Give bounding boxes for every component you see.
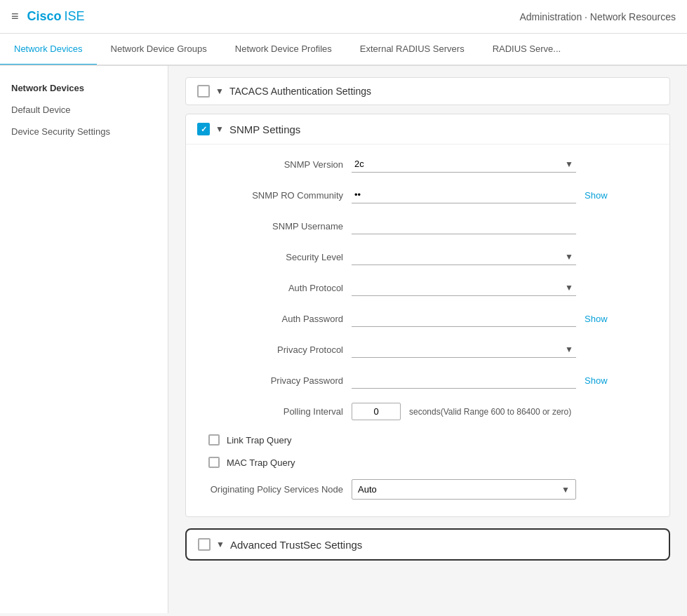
security-level-select-wrapper: NoAuthNoPriv AuthNoPriv AuthPriv ▼	[352, 248, 576, 265]
snmp-section: ▼ SNMP Settings SNMP Version 1 2c 3 ▼	[185, 114, 670, 517]
sidebar: Network Devices Default Device Device Se…	[0, 66, 168, 613]
privacy-protocol-select-wrapper: DES AES128 AES192 AES256 ▼	[352, 341, 576, 358]
snmp-username-input[interactable]	[352, 217, 576, 234]
trustsec-checkbox[interactable]	[198, 538, 211, 551]
auth-protocol-select-wrapper: MD5 SHA ▼	[352, 279, 576, 296]
mac-trap-query-label: MAC Trap Query	[227, 457, 295, 468]
originating-policy-label: Originating Policy Services Node	[203, 484, 343, 495]
snmp-title: SNMP Settings	[229, 123, 300, 135]
privacy-password-input[interactable]	[352, 372, 576, 389]
mac-trap-query-checkbox[interactable]	[208, 457, 220, 468]
originating-policy-row: Originating Policy Services Node Auto ▼	[203, 479, 653, 500]
tacacs-section: ▼ TACACS Authentication Settings	[185, 77, 670, 105]
sidebar-title: Network Devices	[0, 77, 168, 99]
security-level-select[interactable]: NoAuthNoPriv AuthNoPriv AuthPriv	[352, 248, 576, 265]
snmp-ro-community-show-btn[interactable]: Show	[585, 190, 608, 201]
nav-tabs: Network Devices Network Device Groups Ne…	[0, 34, 687, 66]
polling-interval-hint: seconds(Valid Range 600 to 86400 or zero…	[409, 407, 571, 417]
polling-interval-row: Polling Interval seconds(Valid Range 600…	[203, 403, 653, 420]
security-level-row: Security Level NoAuthNoPriv AuthNoPriv A…	[203, 248, 653, 265]
auth-password-show-btn[interactable]: Show	[585, 314, 608, 324]
privacy-protocol-select[interactable]: DES AES128 AES192 AES256	[352, 341, 576, 357]
snmp-ro-community-input[interactable]	[352, 187, 576, 203]
snmp-username-label: SNMP Username	[203, 221, 343, 232]
tab-external-radius-servers[interactable]: External RADIUS Servers	[346, 34, 479, 66]
snmp-version-select-wrapper: 1 2c 3 ▼	[352, 156, 576, 173]
snmp-ro-community-row: SNMP RO Community Show	[203, 187, 653, 203]
trustsec-chevron[interactable]: ▼	[216, 540, 225, 549]
tab-network-device-profiles[interactable]: Network Device Profiles	[221, 34, 346, 66]
tab-network-devices[interactable]: Network Devices	[0, 34, 97, 66]
snmp-form: SNMP Version 1 2c 3 ▼ SNMP RO Community	[186, 145, 669, 516]
snmp-username-row: SNMP Username	[203, 217, 653, 234]
tab-network-device-groups[interactable]: Network Device Groups	[97, 34, 221, 66]
top-header: ≡ Cisco ISE Administration · Network Res…	[0, 0, 687, 34]
snmp-version-row: SNMP Version 1 2c 3 ▼	[203, 156, 653, 173]
tab-radius-server-sequences[interactable]: RADIUS Serve...	[479, 34, 575, 66]
polling-interval-label: Polling Interval	[203, 406, 343, 417]
logo: Cisco ISE	[27, 9, 85, 24]
link-trap-query-checkbox[interactable]	[208, 434, 220, 446]
privacy-password-show-btn[interactable]: Show	[585, 375, 608, 386]
tacacs-chevron[interactable]: ▼	[215, 86, 224, 96]
security-level-label: Security Level	[203, 252, 343, 262]
privacy-protocol-label: Privacy Protocol	[203, 344, 343, 355]
snmp-checkbox[interactable]	[197, 123, 210, 135]
auth-protocol-row: Auth Protocol MD5 SHA ▼	[203, 279, 653, 296]
polling-interval-input[interactable]	[352, 403, 401, 420]
tacacs-title: TACACS Authentication Settings	[229, 86, 371, 97]
auth-protocol-label: Auth Protocol	[203, 283, 343, 293]
header-left: ≡ Cisco ISE	[11, 9, 85, 24]
trustsec-title: Advanced TrustSec Settings	[230, 539, 362, 551]
sidebar-item-device-security-settings[interactable]: Device Security Settings	[0, 121, 168, 142]
breadcrumb: Administration · Network Resources	[519, 11, 676, 22]
tacacs-checkbox[interactable]	[197, 85, 210, 98]
auth-password-label: Auth Password	[203, 314, 343, 324]
originating-policy-select-wrapper: Auto ▼	[352, 479, 576, 500]
snmp-version-select[interactable]: 1 2c 3	[352, 156, 576, 172]
hamburger-icon[interactable]: ≡	[11, 9, 19, 24]
link-trap-query-label: Link Trap Query	[227, 435, 292, 446]
main-content: ▼ TACACS Authentication Settings ▼ SNMP …	[168, 66, 687, 613]
layout: Network Devices Default Device Device Se…	[0, 66, 687, 613]
auth-password-row: Auth Password Show	[203, 310, 653, 327]
snmp-version-label: SNMP Version	[203, 159, 343, 170]
originating-policy-select[interactable]: Auto	[352, 480, 575, 499]
mac-trap-query-row: MAC Trap Query	[203, 457, 653, 468]
trustsec-section: ▼ Advanced TrustSec Settings	[185, 528, 670, 561]
snmp-chevron[interactable]: ▼	[215, 124, 224, 134]
privacy-protocol-row: Privacy Protocol DES AES128 AES192 AES25…	[203, 341, 653, 358]
logo-cisco: Cisco	[27, 9, 62, 24]
auth-protocol-select[interactable]: MD5 SHA	[352, 279, 576, 295]
sidebar-item-default-device[interactable]: Default Device	[0, 99, 168, 121]
snmp-header: ▼ SNMP Settings	[186, 114, 669, 145]
snmp-ro-community-label: SNMP RO Community	[203, 190, 343, 201]
link-trap-query-row: Link Trap Query	[203, 434, 653, 446]
privacy-password-label: Privacy Password	[203, 375, 343, 386]
privacy-password-row: Privacy Password Show	[203, 372, 653, 389]
auth-password-input[interactable]	[352, 310, 576, 327]
logo-ise: ISE	[65, 9, 85, 24]
